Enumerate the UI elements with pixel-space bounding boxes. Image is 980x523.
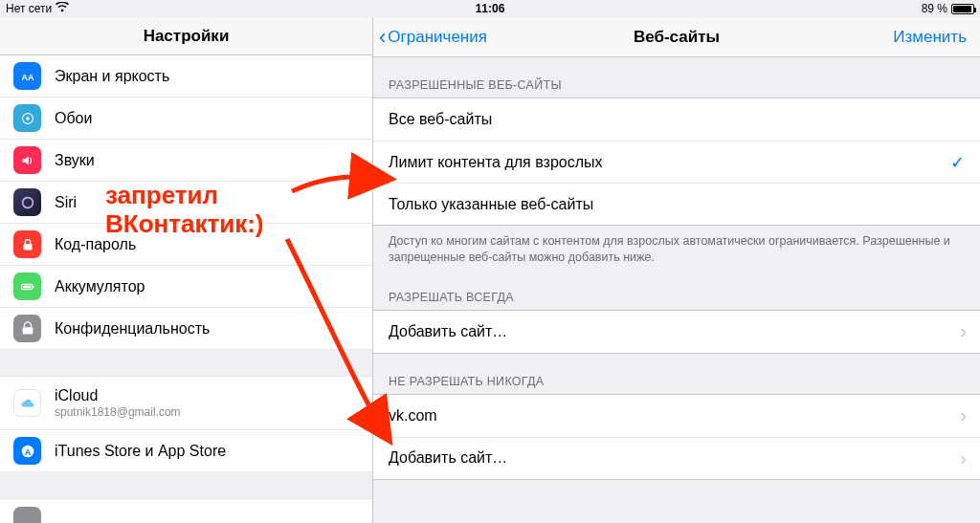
sidebar-item-label: iTunes Store и App Store xyxy=(55,443,226,460)
network-status: Нет сети xyxy=(6,2,52,15)
status-bar: Нет сети 11:06 89 % xyxy=(0,0,980,17)
sidebar-item-label: Siri xyxy=(55,194,77,211)
chevron-right-icon: › xyxy=(960,404,967,426)
svg-rect-8 xyxy=(23,286,31,289)
svg-rect-9 xyxy=(22,327,33,334)
sidebar-item-privacy[interactable]: Конфиденциальность xyxy=(0,308,372,350)
wifi-icon xyxy=(56,2,69,15)
siri-icon xyxy=(13,188,41,216)
sidebar-item-siri[interactable]: Siri xyxy=(0,182,372,224)
sidebar-item-passcode[interactable]: Код-пароль xyxy=(0,224,372,266)
section-header-allowed: РАЗРЕШЕННЫЕ ВЕБ-САЙТЫ xyxy=(373,57,980,98)
chevron-right-icon: › xyxy=(960,320,967,342)
privacy-icon xyxy=(13,315,41,342)
section-header-never: НЕ РАЗРЕШАТЬ НИКОГДА xyxy=(373,354,980,394)
display-icon: AA xyxy=(13,62,41,90)
never-site-label: vk.com xyxy=(389,407,437,425)
section-header-always: РАЗРЕШАТЬ ВСЕГДА xyxy=(373,270,980,310)
option-label: Лимит контента для взрослых xyxy=(389,154,603,171)
sidebar-item-battery[interactable]: Аккумулятор xyxy=(0,266,372,308)
chevron-right-icon: › xyxy=(960,447,967,469)
option-label: Все веб-сайты xyxy=(389,111,492,128)
settings-sidebar: Настройки AA Экран и яркость Обои xyxy=(0,17,373,523)
svg-rect-5 xyxy=(23,244,32,250)
section-footer-allowed: Доступ ко многим сайтам с контентом для … xyxy=(373,226,980,270)
never-site-cell[interactable]: vk.com › xyxy=(373,395,980,437)
sidebar-item-display-brightness[interactable]: AA Экран и яркость xyxy=(0,55,372,98)
sidebar-group-spacer xyxy=(0,350,372,377)
clock: 11:06 xyxy=(476,2,505,15)
edit-button[interactable]: Изменить xyxy=(893,17,967,56)
back-label: Ограничения xyxy=(388,28,487,47)
option-label: Только указанные веб-сайты xyxy=(389,196,593,213)
sounds-icon xyxy=(13,146,41,174)
sidebar-item-label: iCloud xyxy=(55,387,181,404)
option-all-websites[interactable]: Все веб-сайты xyxy=(373,98,980,141)
svg-text:A: A xyxy=(24,447,31,457)
sidebar-item-partial[interactable] xyxy=(0,499,372,523)
appstore-icon: A xyxy=(13,437,41,465)
back-button[interactable]: ‹ Ограничения xyxy=(379,17,487,56)
icloud-icon xyxy=(13,389,41,417)
sidebar-item-label: Конфиденциальность xyxy=(55,320,210,338)
add-site-never-cell[interactable]: Добавить сайт… › xyxy=(373,437,980,479)
svg-text:AA: AA xyxy=(21,73,33,82)
sidebar-title: Настройки xyxy=(0,17,372,55)
generic-icon xyxy=(13,507,41,523)
option-limit-adult[interactable]: Лимит контента для взрослых ✓ xyxy=(373,141,980,183)
sidebar-group-spacer xyxy=(0,472,372,499)
sidebar-item-icloud[interactable]: iCloud sputnik1818@gmail.com xyxy=(0,377,372,430)
option-specific-only[interactable]: Только указанные веб-сайты xyxy=(373,183,980,225)
sidebar-item-label: Экран и яркость xyxy=(55,68,169,85)
page-title: Веб-сайты xyxy=(634,28,720,47)
detail-pane: ‹ Ограничения Веб-сайты Изменить РАЗРЕШЕ… xyxy=(373,17,980,523)
svg-point-2 xyxy=(26,117,30,120)
sidebar-item-label: Звуки xyxy=(55,152,95,169)
battery-percent: 89 % xyxy=(922,2,947,15)
sidebar-item-label: Аккумулятор xyxy=(55,278,145,295)
battery-settings-icon xyxy=(13,272,41,300)
chevron-left-icon: ‹ xyxy=(379,27,386,48)
lock-icon xyxy=(13,230,41,258)
add-site-label: Добавить сайт… xyxy=(389,323,507,340)
svg-rect-7 xyxy=(32,286,33,289)
sidebar-item-label: Обои xyxy=(55,110,92,127)
sidebar-item-itunes-appstore[interactable]: A iTunes Store и App Store xyxy=(0,430,372,472)
checkmark-icon: ✓ xyxy=(950,152,965,173)
add-site-label: Добавить сайт… xyxy=(389,449,507,467)
sidebar-item-wallpaper[interactable]: Обои xyxy=(0,98,372,140)
icloud-email: sputnik1818@gmail.com xyxy=(55,405,181,419)
wallpaper-icon xyxy=(13,104,41,132)
sidebar-item-sounds[interactable]: Звуки xyxy=(0,140,372,182)
sidebar-item-label: Код-пароль xyxy=(55,236,136,253)
detail-header: ‹ Ограничения Веб-сайты Изменить xyxy=(373,17,980,57)
battery-icon xyxy=(951,4,974,14)
add-site-always-cell[interactable]: Добавить сайт… › xyxy=(373,311,980,353)
